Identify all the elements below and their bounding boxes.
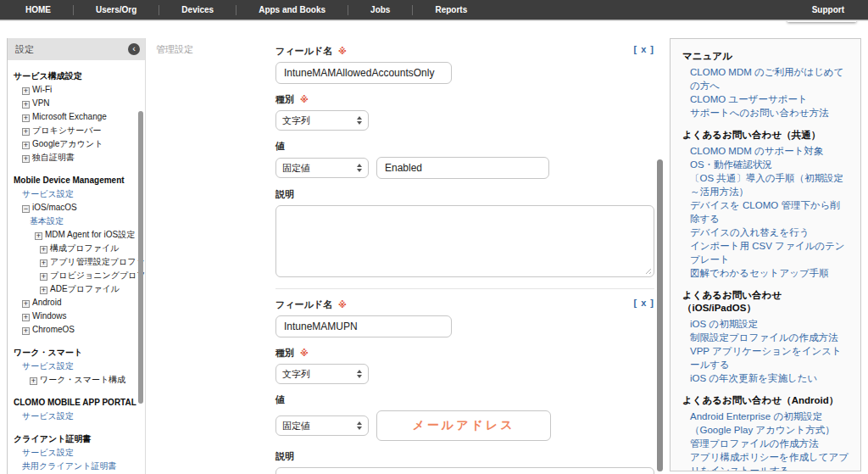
tree-item[interactable]: +ADEプロファイル [8, 282, 143, 295]
help-section-title: よくあるお問い合わせ（共通） [682, 129, 849, 142]
nav-item-apps-and-books[interactable]: Apps and Books [236, 0, 348, 20]
tree-item-label: アプリ管理設定プロファイル [50, 257, 145, 266]
field-name-input[interactable] [275, 62, 452, 84]
help-link[interactable]: Android Enterprise の初期設定（Google Play アカウ… [682, 410, 849, 437]
expand-plus-icon[interactable]: + [40, 273, 47, 281]
help-link[interactable]: 〔OS 共通〕導入の手順（初期設定～活用方法） [682, 171, 849, 198]
help-link[interactable]: デバイスを CLOMO 管理下から削除する [682, 198, 849, 226]
tree-section: Mobile Device Managementサービス設定−iOS/macOS… [8, 175, 143, 336]
description-textarea[interactable] [275, 205, 654, 277]
field-name-input[interactable] [275, 315, 452, 337]
tree-item[interactable]: サービス設定 [8, 445, 143, 459]
divider [275, 288, 654, 289]
help-section-title: よくあるお問い合わせ（iOS/iPadOS） [682, 289, 849, 315]
value-mode-select[interactable]: 固定値 [275, 415, 369, 436]
tree-item-label: ChromeOS [32, 325, 75, 334]
help-link[interactable]: 図解でわかるセットアップ手順 [682, 266, 849, 280]
settings-sidebar: 設定 ‹ サービス構成設定+Wi-Fi+VPN+Microsoft Exchan… [7, 38, 146, 474]
field-type-select[interactable]: 文字列 [275, 364, 369, 384]
tree-item[interactable]: +ChromeOS [8, 322, 143, 336]
tree-item-label: MDM Agent for iOS設定 [45, 230, 135, 239]
help-link[interactable]: iOS の初期設定 [682, 317, 849, 331]
expand-plus-icon[interactable]: + [35, 232, 42, 240]
expand-plus-icon[interactable]: + [40, 259, 47, 267]
tree-section-header: CLOMO MOBILE APP PORTAL [8, 397, 143, 409]
expand-plus-icon[interactable]: + [40, 246, 47, 254]
expand-plus-icon[interactable]: + [22, 314, 30, 321]
tree-item[interactable]: サービス設定 [8, 359, 143, 372]
expand-plus-icon[interactable]: + [22, 128, 30, 136]
value-mode-value: 固定値 [282, 162, 310, 175]
tree-item-label: ADEプロファイル [50, 284, 120, 293]
expand-plus-icon[interactable]: + [40, 287, 47, 294]
required-mark: ※ [338, 47, 347, 56]
tree-item[interactable]: +Googleアカウント [8, 137, 143, 150]
tree-item-label: サービス設定 [22, 189, 74, 198]
help-link[interactable]: VPP アプリケーションをインストールする [682, 344, 849, 371]
expand-plus-icon[interactable]: + [30, 377, 37, 385]
value-placeholder[interactable]: メールアドレス [376, 410, 551, 441]
help-link[interactable]: CLOMO MDM のサポート対象 OS・動作確認状況 [682, 144, 849, 171]
resize-handle-icon[interactable] [643, 266, 651, 274]
value-mode-select[interactable]: 固定値 [275, 158, 369, 178]
help-link[interactable]: デバイスの入れ替えを行う [682, 226, 849, 239]
collapse-minus-icon[interactable]: − [22, 205, 30, 213]
help-section: マニュアルCLOMO MDM のご利用がはじめての方へCLOMO ユーザーサポー… [682, 50, 849, 120]
tree-item[interactable]: +独自証明書 [8, 150, 143, 164]
remove-field-button[interactable]: [ x ] [633, 298, 654, 308]
tree-item[interactable]: サービス設定 [8, 187, 143, 200]
support-link[interactable]: Support [788, 5, 868, 14]
tree-item[interactable]: +VPN [8, 96, 143, 109]
tree-item[interactable]: −iOS/macOS [8, 200, 143, 214]
nav-item-devices[interactable]: Devices [159, 0, 236, 20]
help-link[interactable]: アプリ構成ポリシーを作成してアプリをインストールする [682, 450, 849, 471]
tree-item[interactable]: 基本設定 [8, 214, 143, 227]
tree-item[interactable]: +プロキシサーバー [8, 123, 143, 137]
tree-item[interactable]: +Microsoft Exchange [8, 109, 143, 123]
required-mark: ※ [338, 300, 347, 309]
help-link[interactable]: CLOMO MDM のご利用がはじめての方へ [682, 65, 849, 92]
value-label: 値 [275, 393, 654, 406]
help-link[interactable]: iOS の年次更新を実施したい [682, 371, 849, 385]
tree-item-label: Wi-Fi [32, 85, 52, 94]
tree-item-label: サービス設定 [22, 448, 74, 457]
nav-item-users-org[interactable]: Users/Org [74, 0, 159, 20]
tree-item[interactable]: +プロビジョニングプロファ... [8, 268, 143, 282]
nav-item-jobs[interactable]: Jobs [348, 0, 412, 20]
tree-item[interactable]: +アプリ管理設定プロファイル [8, 254, 143, 268]
nav-item-home[interactable]: HOME [3, 0, 73, 20]
expand-plus-icon[interactable]: + [22, 300, 30, 308]
sidebar-scrollbar[interactable] [138, 111, 143, 404]
tree-item[interactable]: +Wi-Fi [8, 82, 143, 96]
tree-item[interactable]: +Android [8, 295, 143, 309]
tree-item[interactable]: +構成プロファイル [8, 241, 143, 254]
help-section-title: よくあるお問い合わせ（Android） [682, 394, 849, 407]
expand-plus-icon[interactable]: + [22, 142, 30, 149]
expand-plus-icon[interactable]: + [22, 114, 30, 122]
field-group: フィールド名※ [ x ] 種別※ 文字列 値 固定値 メールアドレス 説明 [275, 298, 654, 474]
tree-item[interactable]: +ワーク・スマート構成 [8, 372, 143, 386]
description-label: 説明 [275, 188, 654, 201]
expand-plus-icon[interactable]: + [22, 155, 30, 163]
help-link[interactable]: インポート用 CSV ファイルのテンプレート [682, 239, 849, 266]
form-scrollbar[interactable] [657, 159, 663, 471]
remove-field-button[interactable]: [ x ] [633, 44, 654, 54]
help-link[interactable]: CLOMO ユーザーサポート [682, 92, 849, 106]
help-link[interactable]: 管理プロファイルの作成方法 [682, 437, 849, 450]
tree-item[interactable]: 共用クライアント証明書 [8, 459, 143, 472]
tree-item[interactable]: サービス設定 [8, 409, 143, 422]
description-textarea[interactable] [275, 467, 654, 474]
collapse-sidebar-button[interactable]: ‹ [128, 43, 140, 55]
expand-plus-icon[interactable]: + [22, 87, 30, 95]
field-type-select[interactable]: 文字列 [275, 110, 369, 131]
expand-plus-icon[interactable]: + [22, 327, 30, 335]
help-link[interactable]: サポートへのお問い合わせ方法 [682, 106, 849, 120]
field-name-label: フィールド名※ [ x ] [275, 45, 654, 58]
tree-item[interactable]: +MDM Agent for iOS設定 [8, 227, 143, 241]
tree-item[interactable]: +Windows [8, 309, 143, 322]
nav-item-reports[interactable]: Reports [413, 0, 489, 20]
help-link[interactable]: 制限設定プロファイルの作成方法 [682, 331, 849, 344]
expand-plus-icon[interactable]: + [22, 101, 30, 109]
value-input[interactable] [376, 157, 549, 179]
tree-item-label: 共用クライアント証明書 [22, 461, 116, 471]
